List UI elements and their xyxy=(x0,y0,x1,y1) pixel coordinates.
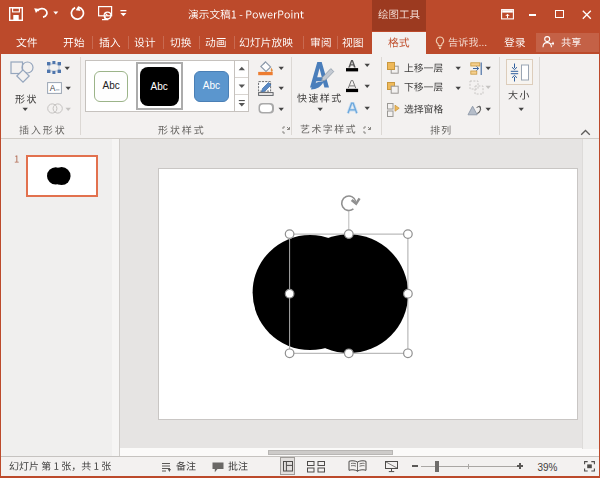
svg-text:A: A xyxy=(49,82,55,92)
